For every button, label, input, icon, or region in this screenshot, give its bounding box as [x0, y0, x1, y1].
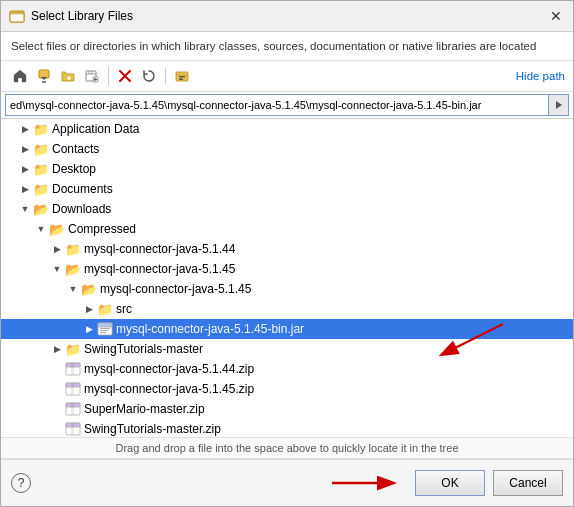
expand-icon[interactable]: ▶ — [17, 159, 33, 179]
refresh-button[interactable] — [138, 65, 160, 87]
zip-file-icon — [65, 362, 81, 376]
tree-item-downloads[interactable]: ▼ 📂 Downloads — [1, 199, 573, 219]
tree-item-contacts[interactable]: ▶ 📁 Contacts — [1, 139, 573, 159]
expand-icon[interactable]: ▼ — [17, 199, 33, 219]
new-folder-icon — [61, 69, 75, 83]
item-label: mysql-connector-java-5.1.45 — [100, 282, 251, 296]
tree-item-src[interactable]: ▶ 📁 src — [1, 299, 573, 319]
svg-rect-7 — [179, 79, 183, 81]
folder-icon: 📁 — [65, 342, 81, 357]
close-button[interactable]: ✕ — [547, 7, 565, 25]
cancel-button[interactable]: Cancel — [493, 470, 563, 496]
item-label: mysql-connector-java-5.1.45.zip — [84, 382, 254, 396]
expand-icon[interactable]: ▼ — [33, 219, 49, 239]
toolbar-separator-2 — [165, 67, 166, 85]
expand-icon[interactable]: ▼ — [65, 279, 81, 299]
expand-icon[interactable]: ▶ — [49, 239, 65, 259]
expand-icon[interactable]: ▶ — [17, 179, 33, 199]
svg-rect-11 — [100, 330, 108, 331]
svg-rect-6 — [179, 76, 185, 78]
item-label: mysql-connector-java-5.1.44 — [84, 242, 235, 256]
select-library-dialog: Select Library Files ✕ Select files or d… — [0, 0, 574, 507]
folder-view-icon — [175, 69, 189, 83]
item-label: mysql-connector-java-5.1.45-bin.jar — [116, 322, 304, 336]
folder-icon: 📁 — [33, 122, 49, 137]
item-label: SwingTutorials-master — [84, 342, 203, 356]
expand-icon[interactable]: ▶ — [17, 119, 33, 139]
ok-arrow-annotation — [327, 468, 407, 498]
item-label: mysql-connector-java-5.1.44.zip — [84, 362, 254, 376]
tree-item-desktop[interactable]: ▶ 📁 Desktop — [1, 159, 573, 179]
main-content: ▶ 📁 Application Data ▶ 📁 Contacts ▶ 📁 De… — [1, 119, 573, 438]
dialog-icon — [9, 8, 25, 24]
item-label: Downloads — [52, 202, 111, 216]
delete-button[interactable] — [114, 65, 136, 87]
toolbar-separator — [108, 67, 109, 85]
svg-rect-1 — [10, 13, 24, 22]
folder-icon: 📂 — [81, 282, 97, 297]
hide-path-link[interactable]: Hide path — [516, 70, 565, 82]
tree-item-application-data[interactable]: ▶ 📁 Application Data — [1, 119, 573, 139]
item-label: Compressed — [68, 222, 136, 236]
tree-item-documents-1[interactable]: ▶ 📁 Documents — [1, 179, 573, 199]
browse-icon — [85, 69, 99, 83]
up-icon — [37, 69, 51, 83]
svg-rect-21 — [71, 403, 74, 415]
expand-icon[interactable]: ▶ — [17, 139, 33, 159]
folder-icon: 📁 — [33, 182, 49, 197]
new-folder-button[interactable] — [57, 65, 79, 87]
delete-icon — [118, 69, 132, 83]
folder-icon: 📂 — [33, 202, 49, 217]
item-label: Desktop — [52, 162, 96, 176]
item-label: Contacts — [52, 142, 99, 156]
item-label: mysql-connector-java-5.1.45 — [84, 262, 235, 276]
ok-button[interactable]: OK — [415, 470, 485, 496]
item-label: SwingTutorials-master.zip — [84, 422, 221, 436]
svg-rect-24 — [71, 423, 74, 435]
tree-item-connector-45-zip[interactable]: mysql-connector-java-5.1.45.zip — [1, 379, 573, 399]
expand-icon[interactable]: ▼ — [49, 259, 65, 279]
tree-item-compressed[interactable]: ▼ 📂 Compressed — [1, 219, 573, 239]
button-bar: ? OK Cancel — [1, 459, 573, 506]
refresh-icon — [142, 69, 156, 83]
status-bar: Drag and drop a file into the space abov… — [1, 438, 573, 459]
folder-view-button[interactable] — [171, 65, 193, 87]
up-button[interactable] — [33, 65, 55, 87]
home-button[interactable] — [9, 65, 31, 87]
item-label: Documents — [52, 182, 113, 196]
folder-icon: 📁 — [33, 162, 49, 177]
tree-item-connector-44[interactable]: ▶ 📁 mysql-connector-java-5.1.44 — [1, 239, 573, 259]
expand-icon[interactable]: ▶ — [81, 319, 97, 339]
browse-button[interactable] — [81, 65, 103, 87]
jar-file-icon — [97, 322, 113, 336]
tree-item-connector-45-l3[interactable]: ▼ 📂 mysql-connector-java-5.1.45 — [1, 259, 573, 279]
tree-item-swing-master-zip[interactable]: SwingTutorials-master.zip — [1, 419, 573, 438]
item-label: SuperMario-master.zip — [84, 402, 205, 416]
tree-item-connector-44-zip[interactable]: mysql-connector-java-5.1.44.zip — [1, 359, 573, 379]
tree-item-supermario-zip[interactable]: SuperMario-master.zip — [1, 399, 573, 419]
folder-icon: 📁 — [97, 302, 113, 317]
help-button[interactable]: ? — [11, 473, 31, 493]
arrow-right-icon — [555, 100, 563, 110]
toolbar: Hide path — [1, 61, 573, 92]
dialog-title: Select Library Files — [31, 9, 133, 23]
home-icon — [13, 69, 27, 83]
svg-rect-9 — [98, 323, 112, 327]
svg-rect-10 — [100, 328, 110, 329]
tree-item-swing-master[interactable]: ▶ 📁 SwingTutorials-master — [1, 339, 573, 359]
tree-item-bin-jar[interactable]: ▶ mysql-connector-java-5.1.45-bin.jar — [1, 319, 573, 339]
svg-rect-15 — [71, 363, 74, 375]
path-input[interactable] — [5, 94, 549, 116]
zip-file-icon — [65, 382, 81, 396]
description-text: Select files or directories in which lib… — [1, 32, 573, 61]
folder-icon: 📁 — [65, 242, 81, 257]
zip-file-icon — [65, 402, 81, 416]
path-bar — [1, 92, 573, 119]
path-go-button[interactable] — [549, 94, 569, 116]
tree-item-connector-45-l4[interactable]: ▼ 📂 mysql-connector-java-5.1.45 — [1, 279, 573, 299]
expand-icon[interactable]: ▶ — [81, 299, 97, 319]
svg-rect-18 — [71, 383, 74, 395]
title-bar: Select Library Files ✕ — [1, 1, 573, 32]
file-tree[interactable]: ▶ 📁 Application Data ▶ 📁 Contacts ▶ 📁 De… — [1, 119, 573, 438]
expand-icon[interactable]: ▶ — [49, 339, 65, 359]
